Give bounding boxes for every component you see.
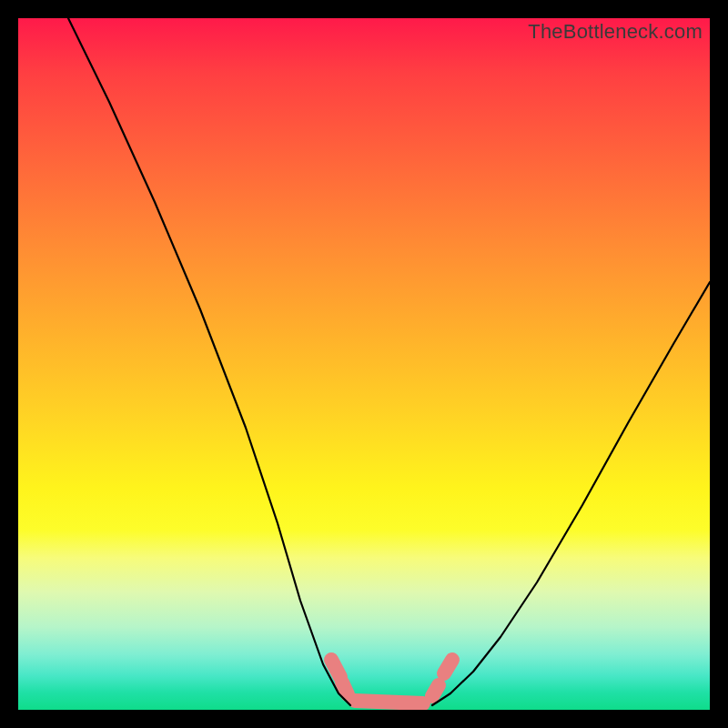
chart-svg [18, 18, 710, 710]
valley-marker-1 [342, 682, 348, 694]
series-right-curve [432, 282, 710, 705]
curve-paths [68, 18, 710, 705]
valley-marker-3 [432, 685, 439, 696]
series-left-curve [68, 18, 350, 705]
chart-frame: TheBottleneck.com [0, 0, 728, 728]
plot-area: TheBottleneck.com [18, 18, 710, 710]
valley-markers [331, 660, 452, 703]
valley-marker-2 [355, 701, 423, 703]
valley-marker-0 [331, 660, 340, 677]
valley-marker-4 [444, 660, 452, 673]
